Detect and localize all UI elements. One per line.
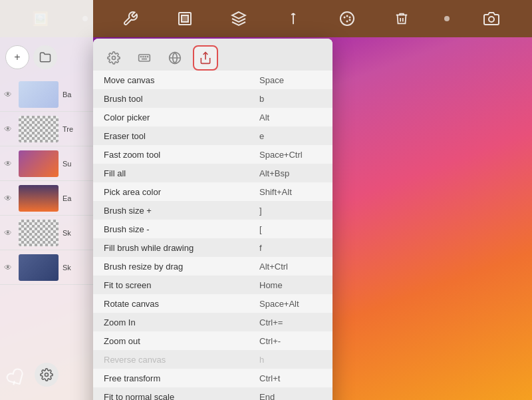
pen-icon[interactable]: [281, 7, 305, 31]
shortcut-action: Fit to normal scale: [93, 392, 259, 401]
shortcuts-list: Move canvasSpaceBrush toolbColor pickerA…: [93, 71, 332, 400]
list-item[interactable]: 👁 Su: [0, 146, 93, 181]
dot2-icon: [444, 16, 450, 21]
list-item[interactable]: 👁 Sk: [0, 250, 93, 285]
svg-point-9: [346, 21, 348, 23]
visibility-icon[interactable]: 👁: [4, 228, 15, 238]
layer-thumbnail: [19, 81, 59, 108]
shortcut-key: Alt+Bsp: [259, 168, 332, 178]
visibility-icon[interactable]: 👁: [4, 194, 15, 203]
add-layer-button[interactable]: +: [5, 45, 29, 69]
shortcut-action: Rotate canvas: [93, 299, 259, 309]
shortcut-row: Brush toolb: [93, 89, 332, 108]
shortcut-action: Free transform: [93, 373, 259, 383]
shortcut-action: Fast zoom tool: [93, 150, 259, 160]
shortcut-action: Color picker: [93, 112, 259, 122]
svg-rect-1: [182, 15, 188, 22]
share-tab[interactable]: [193, 45, 218, 71]
shortcut-row: Fit to screenHome: [93, 276, 332, 294]
shortcut-action: Move canvas: [93, 75, 259, 85]
svg-point-12: [112, 57, 116, 60]
shortcut-row: Free transformCtrl+t: [93, 369, 332, 387]
svg-point-6: [346, 15, 348, 17]
shortcut-row: Brush size +]: [93, 201, 332, 220]
square-icon[interactable]: [173, 7, 197, 31]
shortcut-action: Brush resize by drag: [93, 262, 259, 272]
svg-point-10: [489, 17, 494, 22]
shortcut-key: Space: [259, 75, 332, 85]
layer-thumbnail: [19, 254, 59, 281]
svg-marker-2: [232, 12, 245, 19]
shortcut-action: Zoom In: [93, 317, 259, 327]
layer-label: Ba: [63, 91, 71, 99]
layers-icon[interactable]: [227, 7, 251, 31]
shortcut-key: Alt+Ctrl: [259, 262, 332, 272]
shortcut-row: Fill allAlt+Bsp: [93, 164, 332, 182]
shortcut-key: Ctrl+-: [259, 336, 332, 346]
tools-icon[interactable]: [118, 7, 142, 31]
layer-thumbnail: [19, 116, 59, 142]
shortcut-action: Fit to screen: [93, 280, 259, 290]
shortcut-action: Reverse canvas: [93, 355, 259, 365]
shortcut-action: Brush size -: [93, 224, 259, 234]
shortcut-row: Reverse canvash: [93, 350, 332, 369]
shortcut-row: Fast zoom toolSpace+Ctrl: [93, 145, 332, 164]
visibility-icon[interactable]: 👁: [4, 263, 15, 272]
dialog-tabs: [93, 39, 332, 71]
shortcut-action: Zoom out: [93, 336, 259, 346]
layer-label: Su: [63, 160, 71, 168]
shortcut-key: Home: [259, 280, 332, 290]
layer-thumbnail: [19, 150, 59, 177]
layer-thumbnail: [19, 220, 59, 246]
layer-list: 👁 Ba 👁 Tre 👁 Su 👁 Ea 👁 Sk 👁 Sk: [0, 77, 93, 285]
shortcut-row: Eraser toole: [93, 126, 332, 145]
shortcut-action: Fill brush while drawing: [93, 243, 259, 253]
list-item[interactable]: 👁 Tre: [0, 112, 93, 146]
web-tab[interactable]: [162, 45, 188, 71]
shortcut-row: Move canvasSpace: [93, 71, 332, 89]
shortcut-key: b: [259, 94, 332, 104]
layer-label: Sk: [63, 264, 71, 272]
settings-button[interactable]: [35, 363, 59, 387]
list-item[interactable]: 👁 Ea: [0, 181, 93, 216]
shortcut-row: Brush resize by dragAlt+Ctrl: [93, 257, 332, 276]
layer-label: Ea: [63, 194, 71, 202]
settings-tab[interactable]: [101, 45, 126, 71]
shortcut-row: Rotate canvasSpace+Alt: [93, 294, 332, 313]
svg-point-8: [349, 19, 351, 21]
shortcut-row: Fill brush while drawingf: [93, 238, 332, 257]
shortcut-row: Zoom outCtrl+-: [93, 331, 332, 350]
visibility-icon[interactable]: 👁: [4, 90, 15, 99]
shortcut-row: Fit to normal scaleEnd: [93, 387, 332, 400]
folder-button[interactable]: [33, 45, 57, 69]
shortcut-row: Pick area colorShift+Alt: [93, 182, 332, 201]
sidebar: + 👁 Ba 👁 Tre 👁 Su 👁 Ea 👁: [0, 0, 93, 400]
shortcut-key: e: [259, 131, 332, 141]
visibility-icon[interactable]: 👁: [4, 124, 15, 134]
shortcut-row: Brush size -[: [93, 220, 332, 238]
layer-thumbnail: [19, 185, 59, 212]
svg-point-4: [340, 12, 354, 25]
shortcut-action: Brush tool: [93, 94, 259, 104]
sidebar-toolbar: +: [0, 40, 93, 75]
shortcut-key: Space+Ctrl: [259, 150, 332, 160]
shortcut-action: Brush size +: [93, 206, 259, 216]
svg-rect-13: [139, 55, 150, 61]
list-item[interactable]: 👁 Ba: [0, 77, 93, 112]
trash-icon[interactable]: [390, 7, 414, 31]
list-item[interactable]: 👁 Sk: [0, 216, 93, 250]
shortcut-key: Alt: [259, 112, 332, 122]
layer-label: Sk: [63, 229, 71, 237]
shortcut-key: Ctrl+t: [259, 373, 332, 383]
shortcut-action: Eraser tool: [93, 131, 259, 141]
shortcut-key: End: [259, 392, 332, 401]
shortcut-key: Space+Alt: [259, 299, 332, 309]
visibility-icon[interactable]: 👁: [4, 159, 15, 168]
camera-icon[interactable]: [479, 7, 503, 31]
shortcut-key: ]: [259, 206, 332, 216]
palette-icon[interactable]: [335, 7, 359, 31]
shortcut-row: Color pickerAlt: [93, 108, 332, 126]
shortcut-key: f: [259, 243, 332, 253]
keyboard-tab[interactable]: [132, 45, 157, 71]
shortcut-key: Shift+Alt: [259, 187, 332, 197]
